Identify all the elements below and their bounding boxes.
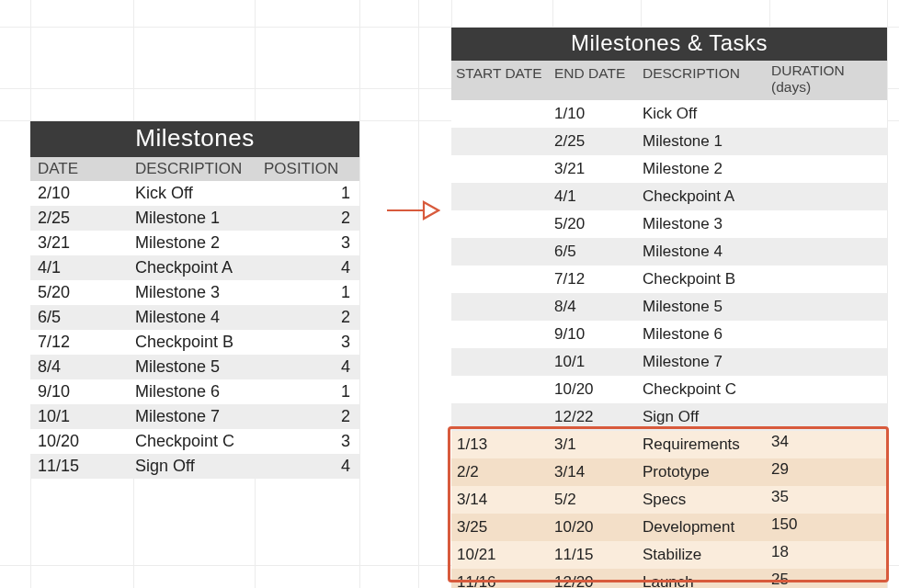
cell-end: 3/1 <box>552 431 641 458</box>
cell-duration: 29 <box>769 458 887 486</box>
table-row[interactable]: 2/25Milestone 1 <box>451 128 887 155</box>
cell-date: 3/21 <box>30 231 133 255</box>
cell-description: Stabilize <box>641 541 769 569</box>
milestones-header-row: DATE DESCRIPTION POSITION <box>30 157 359 181</box>
cell-description: Milestone 5 <box>133 355 255 379</box>
cell-description: Milestone 2 <box>133 231 255 255</box>
cell-end: 9/10 <box>552 321 641 348</box>
cell-date: 4/1 <box>30 255 133 280</box>
cell-position: 4 <box>255 355 359 379</box>
cell-end: 10/1 <box>552 348 641 376</box>
arrow-right-icon <box>385 198 440 222</box>
cell-start <box>451 210 552 238</box>
milestones-tasks-header-row: START DATE END DATE DESCRIPTION DURATION… <box>451 61 887 100</box>
cell-duration <box>769 376 887 403</box>
cell-description: Checkpoint B <box>133 330 255 355</box>
table-row-task[interactable]: 2/23/14Prototype29 <box>451 458 887 486</box>
cell-description: Checkpoint B <box>641 266 769 293</box>
table-row[interactable]: 3/21Milestone 23 <box>30 231 359 255</box>
cell-duration: 18 <box>769 541 887 569</box>
cell-start <box>451 100 552 128</box>
milestones-tasks-title: Milestones & Tasks <box>451 28 887 61</box>
cell-description: Milestone 3 <box>133 280 255 305</box>
cell-start: 3/14 <box>451 486 552 514</box>
cell-end: 3/21 <box>552 155 641 183</box>
table-row[interactable]: 1/10Kick Off <box>451 100 887 128</box>
cell-description: Checkpoint C <box>641 376 769 403</box>
cell-description: Milestone 1 <box>133 206 255 231</box>
table-row[interactable]: 6/5Milestone 4 <box>451 238 887 266</box>
cell-description: Launch <box>641 569 769 588</box>
cell-end: 1/10 <box>552 100 641 128</box>
cell-end: 12/22 <box>552 403 641 431</box>
cell-description: Kick Off <box>133 181 255 206</box>
cell-start <box>451 376 552 403</box>
table-row-task[interactable]: 11/1612/20Launch25 <box>451 569 887 588</box>
table-row-task[interactable]: 10/2111/15Stabilize18 <box>451 541 887 569</box>
table-row[interactable]: 8/4Milestone 5 <box>451 293 887 321</box>
cell-description: Prototype <box>641 458 769 486</box>
table-row[interactable]: 11/15Sign Off4 <box>30 454 359 479</box>
cell-description: Sign Off <box>641 403 769 431</box>
table-row[interactable]: 6/5Milestone 42 <box>30 305 359 330</box>
cell-date: 11/15 <box>30 454 133 479</box>
col-position: POSITION <box>255 157 359 181</box>
table-row[interactable]: 2/25Milestone 12 <box>30 206 359 231</box>
cell-start: 3/25 <box>451 514 552 541</box>
cell-start <box>451 348 552 376</box>
table-row[interactable]: 9/10Milestone 61 <box>30 379 359 404</box>
table-row[interactable]: 10/20Checkpoint C <box>451 376 887 403</box>
cell-description: Kick Off <box>641 100 769 128</box>
cell-start <box>451 183 552 210</box>
cell-duration: 150 <box>769 514 887 541</box>
cell-description: Milestone 1 <box>641 128 769 155</box>
cell-end: 10/20 <box>552 514 641 541</box>
cell-start <box>451 155 552 183</box>
cell-position: 3 <box>255 231 359 255</box>
cell-duration: 25 <box>769 569 887 588</box>
col-description: DESCRIPTION <box>133 157 255 181</box>
cell-duration <box>769 128 887 155</box>
table-row[interactable]: 4/1Checkpoint A <box>451 183 887 210</box>
table-row[interactable]: 9/10Milestone 6 <box>451 321 887 348</box>
cell-position: 2 <box>255 305 359 330</box>
col-start-date: START DATE <box>451 61 552 86</box>
table-row-task[interactable]: 3/2510/20Development150 <box>451 514 887 541</box>
table-row-task[interactable]: 1/133/1Requirements34 <box>451 431 887 458</box>
cell-duration: 34 <box>769 431 887 458</box>
cell-position: 2 <box>255 206 359 231</box>
cell-start <box>451 266 552 293</box>
cell-start <box>451 128 552 155</box>
table-row[interactable]: 10/20Checkpoint C3 <box>30 429 359 454</box>
table-row[interactable]: 10/1Milestone 7 <box>451 348 887 376</box>
cell-date: 9/10 <box>30 379 133 404</box>
table-row[interactable]: 3/21Milestone 2 <box>451 155 887 183</box>
cell-description: Milestone 3 <box>641 210 769 238</box>
table-row[interactable]: 4/1Checkpoint A4 <box>30 255 359 280</box>
table-row[interactable]: 5/20Milestone 3 <box>451 210 887 238</box>
col-date: DATE <box>30 157 133 181</box>
cell-date: 2/25 <box>30 206 133 231</box>
cell-description: Milestone 4 <box>133 305 255 330</box>
cell-duration <box>769 183 887 210</box>
cell-description: Milestone 7 <box>641 348 769 376</box>
cell-description: Milestone 2 <box>641 155 769 183</box>
cell-description: Milestone 6 <box>133 379 255 404</box>
table-row[interactable]: 10/1Milestone 72 <box>30 404 359 429</box>
table-row[interactable]: 2/10Kick Off1 <box>30 181 359 206</box>
table-row[interactable]: 7/12Checkpoint B3 <box>30 330 359 355</box>
cell-date: 10/20 <box>30 429 133 454</box>
cell-position: 3 <box>255 330 359 355</box>
cell-position: 1 <box>255 379 359 404</box>
table-row[interactable]: 7/12Checkpoint B <box>451 266 887 293</box>
table-row[interactable]: 8/4Milestone 54 <box>30 355 359 379</box>
cell-duration <box>769 155 887 183</box>
cell-date: 6/5 <box>30 305 133 330</box>
cell-position: 4 <box>255 454 359 479</box>
table-row-task[interactable]: 3/145/2Specs35 <box>451 486 887 514</box>
milestones-title: Milestones <box>30 121 359 157</box>
table-row[interactable]: 12/22Sign Off <box>451 403 887 431</box>
cell-duration <box>769 210 887 238</box>
cell-end: 2/25 <box>552 128 641 155</box>
table-row[interactable]: 5/20Milestone 31 <box>30 280 359 305</box>
